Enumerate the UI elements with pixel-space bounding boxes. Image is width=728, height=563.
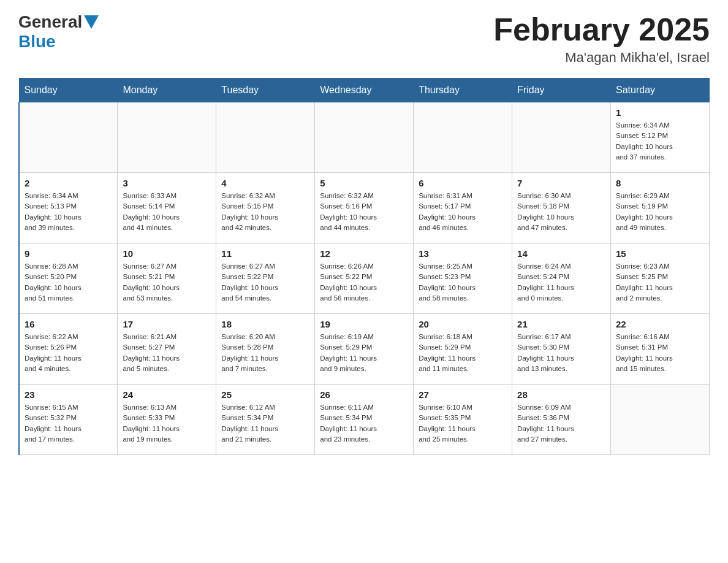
calendar-cell: 25Sunrise: 6:12 AM Sunset: 5:34 PM Dayli… [216,385,315,455]
logo-general-text: General [18,12,82,32]
calendar-cell [216,102,315,173]
day-info: Sunrise: 6:25 AM Sunset: 5:23 PM Dayligh… [419,261,507,304]
calendar-cell [611,385,710,455]
month-title: February 2025 [493,12,710,47]
day-number: 18 [221,319,309,329]
day-number: 4 [221,178,309,188]
day-info: Sunrise: 6:13 AM Sunset: 5:33 PM Dayligh… [123,402,211,445]
day-number: 8 [616,178,704,188]
day-info: Sunrise: 6:20 AM Sunset: 5:28 PM Dayligh… [221,332,309,374]
calendar-cell [414,102,512,173]
calendar-cell: 3Sunrise: 6:33 AM Sunset: 5:14 PM Daylig… [118,173,216,243]
day-number: 19 [320,319,408,329]
calendar-week-row: 23Sunrise: 6:15 AM Sunset: 5:32 PM Dayli… [19,385,710,455]
day-number: 13 [419,248,507,259]
day-number: 22 [616,319,704,329]
day-number: 21 [517,319,605,329]
day-info: Sunrise: 6:17 AM Sunset: 5:30 PM Dayligh… [517,332,605,374]
day-info: Sunrise: 6:11 AM Sunset: 5:34 PM Dayligh… [320,402,408,445]
calendar-cell: 15Sunrise: 6:23 AM Sunset: 5:25 PM Dayli… [611,243,710,314]
calendar-cell: 13Sunrise: 6:25 AM Sunset: 5:23 PM Dayli… [414,243,512,314]
day-info: Sunrise: 6:27 AM Sunset: 5:21 PM Dayligh… [123,261,211,304]
day-info: Sunrise: 6:18 AM Sunset: 5:29 PM Dayligh… [419,332,507,374]
day-number: 11 [221,248,309,259]
day-info: Sunrise: 6:21 AM Sunset: 5:27 PM Dayligh… [123,332,211,374]
day-number: 14 [517,248,605,259]
calendar-cell: 10Sunrise: 6:27 AM Sunset: 5:21 PM Dayli… [118,243,216,314]
calendar-cell: 23Sunrise: 6:15 AM Sunset: 5:32 PM Dayli… [19,385,118,455]
day-info: Sunrise: 6:19 AM Sunset: 5:29 PM Dayligh… [320,332,408,374]
day-info: Sunrise: 6:26 AM Sunset: 5:22 PM Dayligh… [320,261,408,304]
day-number: 28 [517,389,605,400]
calendar-cell: 6Sunrise: 6:31 AM Sunset: 5:17 PM Daylig… [414,173,512,243]
day-number: 9 [25,248,112,259]
calendar-header-row: SundayMondayTuesdayWednesdayThursdayFrid… [19,79,710,102]
calendar-cell [315,102,414,173]
day-number: 15 [616,248,704,259]
day-info: Sunrise: 6:12 AM Sunset: 5:34 PM Dayligh… [221,402,309,445]
day-info: Sunrise: 6:10 AM Sunset: 5:35 PM Dayligh… [419,402,507,445]
day-number: 25 [221,389,309,400]
calendar-cell: 22Sunrise: 6:16 AM Sunset: 5:31 PM Dayli… [611,314,710,385]
day-info: Sunrise: 6:22 AM Sunset: 5:26 PM Dayligh… [25,332,112,374]
calendar-cell: 24Sunrise: 6:13 AM Sunset: 5:33 PM Dayli… [118,385,216,455]
day-info: Sunrise: 6:31 AM Sunset: 5:17 PM Dayligh… [419,191,507,233]
day-number: 6 [419,178,507,188]
day-info: Sunrise: 6:33 AM Sunset: 5:14 PM Dayligh… [123,191,211,233]
calendar-header-friday: Friday [512,79,611,102]
day-number: 27 [419,389,507,400]
calendar-cell: 7Sunrise: 6:30 AM Sunset: 5:18 PM Daylig… [512,173,611,243]
calendar-week-row: 9Sunrise: 6:28 AM Sunset: 5:20 PM Daylig… [19,243,710,314]
day-number: 23 [25,389,112,400]
day-info: Sunrise: 6:28 AM Sunset: 5:20 PM Dayligh… [25,261,112,304]
calendar-table: SundayMondayTuesdayWednesdayThursdayFrid… [18,78,710,455]
calendar-cell: 5Sunrise: 6:32 AM Sunset: 5:16 PM Daylig… [315,173,414,243]
calendar-cell: 21Sunrise: 6:17 AM Sunset: 5:30 PM Dayli… [512,314,611,385]
calendar-header-thursday: Thursday [414,79,512,102]
calendar-cell: 20Sunrise: 6:18 AM Sunset: 5:29 PM Dayli… [414,314,512,385]
day-info: Sunrise: 6:09 AM Sunset: 5:36 PM Dayligh… [517,402,605,445]
title-area: February 2025 Ma'agan Mikha'el, Israel [493,12,710,66]
logo-blue-text: Blue [18,32,56,51]
day-number: 16 [25,319,112,329]
location-title: Ma'agan Mikha'el, Israel [493,50,710,66]
day-info: Sunrise: 6:16 AM Sunset: 5:31 PM Dayligh… [616,332,704,374]
calendar-week-row: 2Sunrise: 6:34 AM Sunset: 5:13 PM Daylig… [19,173,710,243]
calendar-cell: 27Sunrise: 6:10 AM Sunset: 5:35 PM Dayli… [414,385,512,455]
day-number: 10 [123,248,211,259]
calendar-cell: 11Sunrise: 6:27 AM Sunset: 5:22 PM Dayli… [216,243,315,314]
day-info: Sunrise: 6:32 AM Sunset: 5:15 PM Dayligh… [221,191,309,233]
day-number: 17 [123,319,211,329]
page-header: General Blue February 2025 Ma'agan Mikha… [18,12,710,66]
day-info: Sunrise: 6:30 AM Sunset: 5:18 PM Dayligh… [517,191,605,233]
calendar-cell: 12Sunrise: 6:26 AM Sunset: 5:22 PM Dayli… [315,243,414,314]
calendar-cell [118,102,216,173]
calendar-week-row: 16Sunrise: 6:22 AM Sunset: 5:26 PM Dayli… [19,314,710,385]
day-info: Sunrise: 6:34 AM Sunset: 5:12 PM Dayligh… [616,120,704,163]
day-info: Sunrise: 6:32 AM Sunset: 5:16 PM Dayligh… [320,191,408,233]
calendar-header-wednesday: Wednesday [315,79,414,102]
day-number: 1 [616,107,704,118]
day-number: 7 [517,178,605,188]
logo: General Blue [18,12,100,52]
logo-triangle-icon [84,15,99,29]
calendar-cell: 19Sunrise: 6:19 AM Sunset: 5:29 PM Dayli… [315,314,414,385]
calendar-week-row: 1Sunrise: 6:34 AM Sunset: 5:12 PM Daylig… [19,102,710,173]
day-info: Sunrise: 6:15 AM Sunset: 5:32 PM Dayligh… [25,402,112,445]
calendar-cell: 14Sunrise: 6:24 AM Sunset: 5:24 PM Dayli… [512,243,611,314]
day-number: 12 [320,248,408,259]
calendar-cell: 1Sunrise: 6:34 AM Sunset: 5:12 PM Daylig… [611,102,710,173]
day-info: Sunrise: 6:24 AM Sunset: 5:24 PM Dayligh… [517,261,605,304]
calendar-cell: 2Sunrise: 6:34 AM Sunset: 5:13 PM Daylig… [19,173,118,243]
calendar-cell: 8Sunrise: 6:29 AM Sunset: 5:19 PM Daylig… [611,173,710,243]
day-info: Sunrise: 6:34 AM Sunset: 5:13 PM Dayligh… [25,191,112,233]
calendar-header-tuesday: Tuesday [216,79,315,102]
calendar-header-saturday: Saturday [611,79,710,102]
calendar-cell: 26Sunrise: 6:11 AM Sunset: 5:34 PM Dayli… [315,385,414,455]
calendar-cell: 17Sunrise: 6:21 AM Sunset: 5:27 PM Dayli… [118,314,216,385]
day-number: 5 [320,178,408,188]
calendar-cell: 16Sunrise: 6:22 AM Sunset: 5:26 PM Dayli… [19,314,118,385]
calendar-header-monday: Monday [118,79,216,102]
day-number: 2 [25,178,112,188]
day-number: 26 [320,389,408,400]
